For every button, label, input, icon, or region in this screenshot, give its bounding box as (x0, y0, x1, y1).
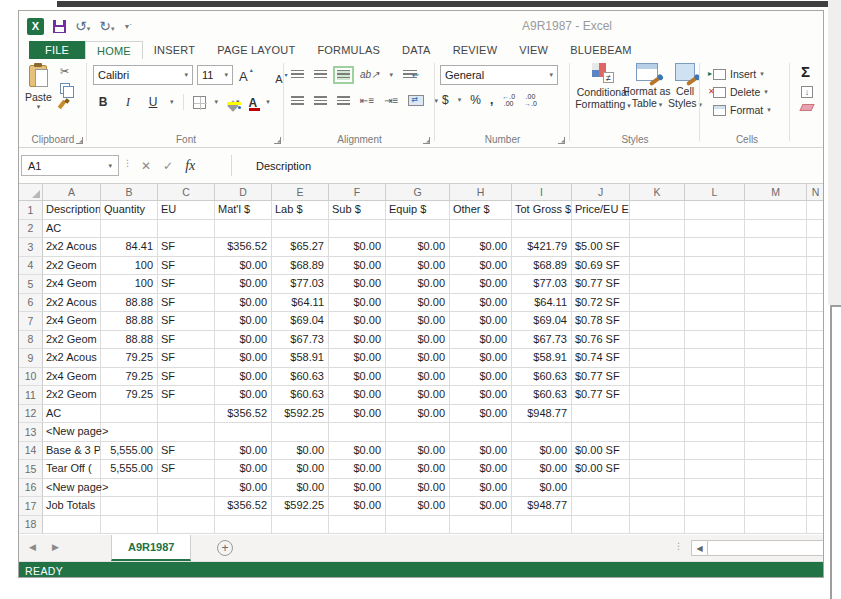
ribbon-tab-insert[interactable]: INSERT (143, 41, 206, 59)
cell-F5[interactable]: $0.00 (329, 275, 386, 294)
cell-M8[interactable] (745, 331, 807, 350)
row-header-18[interactable]: 18 (19, 516, 43, 535)
cell-M15[interactable] (745, 460, 807, 479)
ribbon-tab-home[interactable]: HOME (85, 41, 143, 59)
middle-align-icon[interactable] (314, 70, 327, 80)
row-header-2[interactable]: 2 (19, 220, 43, 239)
cell-J17[interactable] (572, 497, 630, 516)
cell-N9[interactable] (807, 349, 824, 368)
scroll-left-icon[interactable]: ◀ (691, 540, 708, 556)
cell-L13[interactable] (685, 423, 745, 442)
cell-N5[interactable] (807, 275, 824, 294)
cell-M14[interactable] (745, 442, 807, 461)
cell-M7[interactable] (745, 312, 807, 331)
cell-K18[interactable] (630, 516, 685, 535)
cell-C13[interactable] (158, 423, 215, 442)
row-header-1[interactable]: 1 (19, 201, 43, 220)
cell-K10[interactable] (630, 368, 685, 387)
cell-D12[interactable]: $356.52 (215, 405, 272, 424)
column-header-F[interactable]: F (329, 184, 386, 201)
cell-M3[interactable] (745, 238, 807, 257)
font-size-select[interactable]: 11▾ (197, 65, 233, 85)
align-right-icon[interactable] (337, 96, 350, 106)
cell-J14[interactable]: $0.00 SF (572, 442, 630, 461)
ribbon-tab-data[interactable]: DATA (391, 41, 442, 59)
cell-I16[interactable]: $0.00 (512, 479, 572, 498)
cell-K13[interactable] (630, 423, 685, 442)
cell-J9[interactable]: $0.74 SF (572, 349, 630, 368)
cell-J4[interactable]: $0.69 SF (572, 257, 630, 276)
cell-G4[interactable]: $0.00 (386, 257, 450, 276)
cell-N12[interactable] (807, 405, 824, 424)
name-box[interactable]: A1 ▾ (21, 155, 119, 176)
cell-M9[interactable] (745, 349, 807, 368)
cell-I4[interactable]: $68.89 (512, 257, 572, 276)
cell-B17[interactable] (101, 497, 158, 516)
cell-M13[interactable] (745, 423, 807, 442)
customize-quick-access-icon[interactable]: ▼̄ (124, 23, 131, 30)
cell-K12[interactable] (630, 405, 685, 424)
cell-A10[interactable]: 2x4 Geom (43, 368, 101, 387)
cell-E10[interactable]: $60.63 (272, 368, 329, 387)
cell-H6[interactable]: $0.00 (450, 294, 512, 313)
column-header-M[interactable]: M (745, 184, 807, 201)
select-all-button[interactable] (19, 184, 43, 201)
cell-D8[interactable]: $0.00 (215, 331, 272, 350)
cell-A11[interactable]: 2x2 Geom (43, 386, 101, 405)
row-header-7[interactable]: 7 (19, 312, 43, 331)
cell-I5[interactable]: $77.03 (512, 275, 572, 294)
cell-E8[interactable]: $67.73 (272, 331, 329, 350)
cell-J15[interactable]: $0.00 SF (572, 460, 630, 479)
column-header-J[interactable]: J (572, 184, 630, 201)
cell-J13[interactable] (572, 423, 630, 442)
cell-L12[interactable] (685, 405, 745, 424)
cell-D1[interactable]: Mat'l $ (215, 201, 272, 220)
cell-M1[interactable] (745, 201, 807, 220)
cell-I17[interactable]: $948.77 (512, 497, 572, 516)
cell-H9[interactable]: $0.00 (450, 349, 512, 368)
cell-D3[interactable]: $356.52 (215, 238, 272, 257)
cell-L10[interactable] (685, 368, 745, 387)
cell-A17[interactable]: Job Totals (43, 497, 101, 516)
cell-F10[interactable]: $0.00 (329, 368, 386, 387)
cell-K7[interactable] (630, 312, 685, 331)
cell-E15[interactable]: $0.00 (272, 460, 329, 479)
cell-H4[interactable]: $0.00 (450, 257, 512, 276)
cell-D15[interactable]: $0.00 (215, 460, 272, 479)
cell-N7[interactable] (807, 312, 824, 331)
number-format-select[interactable]: General▾ (440, 65, 558, 85)
horizontal-scrollbar[interactable]: ◀ (691, 540, 824, 556)
cell-D14[interactable]: $0.00 (215, 442, 272, 461)
column-header-E[interactable]: E (272, 184, 329, 201)
cell-N1[interactable] (807, 201, 824, 220)
formula-input[interactable]: Description (231, 155, 823, 176)
cell-G15[interactable]: $0.00 (386, 460, 450, 479)
cell-E11[interactable]: $60.63 (272, 386, 329, 405)
column-header-I[interactable]: I (512, 184, 572, 201)
cell-H2[interactable] (450, 220, 512, 239)
cell-E5[interactable]: $77.03 (272, 275, 329, 294)
cell-M12[interactable] (745, 405, 807, 424)
cell-N18[interactable] (807, 516, 824, 535)
cell-D5[interactable]: $0.00 (215, 275, 272, 294)
cell-D18[interactable] (215, 516, 272, 535)
cell-N16[interactable] (807, 479, 824, 498)
cell-L4[interactable] (685, 257, 745, 276)
cell-K5[interactable] (630, 275, 685, 294)
cell-N17[interactable] (807, 497, 824, 516)
column-header-C[interactable]: C (158, 184, 215, 201)
redo-button[interactable]: ↻▾ (99, 17, 114, 35)
top-align-icon[interactable] (291, 70, 304, 80)
cell-G18[interactable] (386, 516, 450, 535)
cell-C16[interactable] (158, 479, 215, 498)
row-header-9[interactable]: 9 (19, 349, 43, 368)
ribbon-tab-file[interactable]: FILE (29, 41, 85, 59)
cell-F17[interactable]: $0.00 (329, 497, 386, 516)
cell-C14[interactable]: SF (158, 442, 215, 461)
cell-A16[interactable]: <New page> (43, 479, 101, 498)
cell-J6[interactable]: $0.72 SF (572, 294, 630, 313)
cell-I2[interactable] (512, 220, 572, 239)
underline-button[interactable]: U (145, 93, 161, 111)
cell-K6[interactable] (630, 294, 685, 313)
cancel-icon[interactable]: ✕ (141, 159, 151, 173)
